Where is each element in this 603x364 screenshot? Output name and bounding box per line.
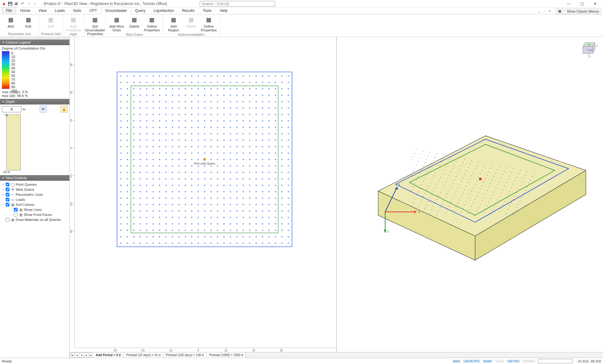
tab-liquefaction[interactable]: Liquefaction xyxy=(149,7,178,14)
plan-view[interactable]: -30-20-100102030 -30-20-100102030 Pre-Lo… xyxy=(70,37,337,352)
coord-input[interactable] xyxy=(538,359,573,363)
plan-canvas[interactable]: Pre-Load Query xyxy=(75,37,336,348)
expand-icon[interactable]: + xyxy=(2,188,5,191)
tab-nav-last[interactable]: ▸I xyxy=(89,353,94,358)
mdi-restore[interactable]: ▫ xyxy=(542,9,547,14)
expand-icon[interactable]: + xyxy=(2,193,5,196)
ribbon-btn-soil-groundwater-properties[interactable]: ▦Soil GroundwaterProperties xyxy=(86,15,104,36)
status-toggle-snap[interactable]: SNAP xyxy=(482,359,493,363)
tree-checkbox[interactable] xyxy=(6,188,9,191)
redo-icon[interactable]: ↷ xyxy=(26,1,31,6)
tab-file[interactable]: File xyxy=(2,7,16,14)
show-classic-menus-button[interactable]: Show Classic Menus xyxy=(565,8,601,14)
mdi-close[interactable]: × xyxy=(547,9,552,14)
svg-point-88 xyxy=(153,95,154,96)
tab-query[interactable]: Query xyxy=(131,7,149,14)
tree-checkbox[interactable] xyxy=(6,218,9,222)
tree-checkbox[interactable] xyxy=(6,183,9,186)
print-icon[interactable]: 🖶 xyxy=(14,1,19,6)
tree-item-loads[interactable]: ▭ Loads xyxy=(2,197,68,202)
ribbon-btn-add-region[interactable]: ▦AddRegion xyxy=(165,15,182,33)
tab-home[interactable]: Home xyxy=(16,7,34,14)
view-cube[interactable]: Front Top x z xyxy=(580,41,598,59)
tab-help[interactable]: Help xyxy=(216,7,232,14)
close-button[interactable]: ✕ xyxy=(589,0,602,8)
tree-checkbox[interactable] xyxy=(14,208,18,211)
depth-lock-icon[interactable]: 🔒 xyxy=(61,106,68,113)
tree-item-draw-materials-on-all-queries[interactable]: ▤ Draw Materials on all Queries xyxy=(2,217,68,222)
svg-point-997 xyxy=(437,214,437,215)
soil-column-bar[interactable] xyxy=(6,115,21,170)
depth-view-icon[interactable]: 👁 xyxy=(40,106,46,113)
tree-checkbox[interactable] xyxy=(14,213,18,217)
tree-item-point-queries[interactable]: + ◯ Point Queries xyxy=(2,182,68,187)
ribbon-btn-define-properties[interactable]: ▦DefineProperties xyxy=(200,15,218,33)
tree-item-show-front-faces[interactable]: ▧ Show Front Faces xyxy=(2,212,68,217)
status-toggle-osnap[interactable]: OSNAP xyxy=(522,359,535,363)
status-toggle-datatips[interactable]: DATATIPS xyxy=(463,359,480,363)
tree-item-piezometric-lines[interactable]: + 〰 Piezometric Lines xyxy=(2,192,68,197)
tab-loads[interactable]: Loads xyxy=(51,7,69,14)
ribbon-btn-delete[interactable]: ▦Delete xyxy=(126,15,143,29)
svg-point-444 xyxy=(185,179,186,179)
tree-checkbox[interactable] xyxy=(6,203,9,206)
svg-point-80 xyxy=(275,88,276,89)
stage-tab-2[interactable]: Preload (100 days) = 100 d xyxy=(163,352,207,358)
tab-soils[interactable]: Soils xyxy=(69,7,85,14)
svg-point-188 xyxy=(275,114,276,115)
tab-tools[interactable]: Tools xyxy=(199,7,216,14)
depth-header[interactable]: Depth xyxy=(0,99,69,104)
ribbon-btn-define-properties[interactable]: ▦DefineProperties xyxy=(143,15,161,33)
stage-tab-3[interactable]: Preload (1000) = 1000 d xyxy=(207,352,246,358)
tab-results[interactable]: Results xyxy=(178,7,199,14)
tree-item-show-lines[interactable]: ▧ Show Lines xyxy=(2,207,68,212)
tab-nav-prev[interactable]: ◂ xyxy=(74,353,79,358)
expand-icon[interactable]: − xyxy=(2,203,5,206)
tab-groundwater[interactable]: Groundwater xyxy=(101,7,131,14)
toggle-tabs-button[interactable]: ▦ xyxy=(556,8,563,14)
tab-nav-goto[interactable]: # xyxy=(79,353,84,358)
ribbon-btn-add-wick-drain[interactable]: ▦Add WickDrain xyxy=(108,15,126,33)
maximize-button[interactable]: ▢ xyxy=(575,0,589,8)
stage-tab-1[interactable]: Preload (10 days) = 10 d xyxy=(123,352,163,358)
ribbon-btn-edit[interactable]: ▦Edit xyxy=(19,15,37,29)
tree-item-soil-column[interactable]: − ▧ Soil Column xyxy=(2,202,68,207)
svg-point-198 xyxy=(166,120,166,121)
mdi-min[interactable]: _ xyxy=(536,9,541,14)
view-controls-header[interactable]: View Controls xyxy=(0,175,69,181)
status-toggle-max[interactable]: MAX xyxy=(452,359,461,363)
tab-cpt[interactable]: CPT xyxy=(85,7,101,14)
contour-legend-header[interactable]: Contour Legend xyxy=(0,40,69,45)
minimize-button[interactable]: — xyxy=(562,0,575,8)
svg-point-412 xyxy=(153,172,154,173)
tab-view[interactable]: View xyxy=(34,7,51,14)
expand-icon[interactable]: + xyxy=(2,183,5,186)
svg-point-783 xyxy=(419,158,420,158)
qat-dropdown-icon[interactable]: ▾ xyxy=(33,1,38,6)
depth-input[interactable] xyxy=(2,106,21,112)
svg-point-466 xyxy=(153,185,154,186)
svg-point-247 xyxy=(133,133,134,134)
3d-view[interactable]: Front Top x z xyxy=(337,37,603,352)
3d-canvas[interactable]: x y z xyxy=(337,37,603,352)
status-toggle-ortho[interactable]: ORTHO xyxy=(507,359,520,363)
save-icon[interactable]: 💾 xyxy=(8,1,13,6)
status-toggle-grid[interactable]: GRID xyxy=(495,359,505,363)
svg-point-453 xyxy=(243,179,244,179)
ribbon-btn-add[interactable]: ▦Add xyxy=(2,15,19,29)
tree-checkbox[interactable] xyxy=(6,198,9,201)
search-input[interactable]: Search... (Ctrl+Q) xyxy=(200,1,275,7)
tree-checkbox[interactable] xyxy=(6,193,9,196)
stage-tab-0[interactable]: Add Period = 0 d xyxy=(93,352,123,358)
panel-drag-handle[interactable] xyxy=(0,37,69,40)
tab-nav-next[interactable]: ▸ xyxy=(84,353,89,358)
svg-point-78 xyxy=(262,88,263,89)
svg-point-204 xyxy=(204,120,205,121)
svg-point-848 xyxy=(504,186,505,187)
tab-nav-first[interactable]: I◂ xyxy=(70,353,75,358)
svg-point-230 xyxy=(198,127,199,128)
tree-item-wick-drains[interactable]: + ⧉ Wick Drains xyxy=(2,187,68,192)
undo-icon[interactable]: ↶ xyxy=(20,1,25,6)
svg-point-71 xyxy=(217,88,218,89)
expand-icon[interactable] xyxy=(2,198,5,201)
